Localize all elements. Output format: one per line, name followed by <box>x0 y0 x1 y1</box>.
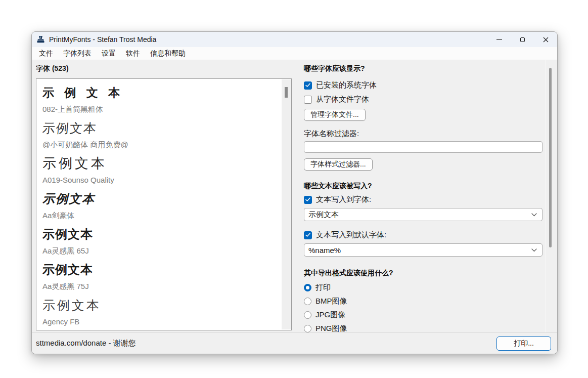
display-fonts-heading: 哪些字体应该显示? <box>304 64 365 73</box>
font-name: Aa灵感黑 75J <box>42 280 282 292</box>
font-list-items: 示 例 文 本 082-上首简黑粗体 示例文本 @小可奶酪体 商用免费@ 示例文… <box>36 79 282 330</box>
font-list-header: 字体 (523) <box>36 64 69 73</box>
font-name: 082-上首简黑粗体 <box>42 103 282 115</box>
font-name: A019-Sounso Quality <box>42 174 282 186</box>
font-name: Agency FB <box>42 316 282 328</box>
radio-png-image[interactable]: PNG图像 <box>304 324 347 332</box>
font-list-item[interactable]: 示例文本 @小可奶酪体 商用免费@ <box>42 117 282 153</box>
print-button[interactable]: 打印... <box>496 337 551 351</box>
checkbox-checked-icon[interactable] <box>304 196 312 204</box>
radio-print[interactable]: 打印 <box>304 283 331 292</box>
menu-bar: 文件 字体列表 设置 软件 信息和帮助 <box>32 47 557 60</box>
chevron-down-icon <box>531 248 537 252</box>
checkbox-label: 从字体文件字体 <box>316 95 369 104</box>
menu-software[interactable]: 软件 <box>121 48 145 60</box>
font-preview: 示例文本 <box>42 295 282 316</box>
checkbox-label: 文本写入到字体: <box>316 195 371 204</box>
status-bar: sttmedia.com/donate - 谢谢您 打印... <box>32 332 557 354</box>
maximize-button[interactable] <box>511 32 534 47</box>
font-preview: 示例文本 <box>42 153 282 174</box>
radio-bmp-image[interactable]: BMP图像 <box>304 297 347 306</box>
minimize-icon <box>496 39 502 40</box>
menu-settings[interactable]: 设置 <box>97 48 121 60</box>
app-window: f PrintMyFonts - Stefan Trost Media 文件 字… <box>31 31 558 354</box>
font-preview: 示例文本 <box>42 188 282 209</box>
radio-selected-icon[interactable] <box>304 284 311 291</box>
default-text-select[interactable]: %name% <box>304 243 542 257</box>
checkbox-label: 已安装的系统字体 <box>316 80 377 90</box>
radio-label: 打印 <box>315 283 331 292</box>
main-content: 字体 (523) 示 例 文 本 082-上首简黑粗体 示例文本 @小可奶酪体 … <box>32 60 557 332</box>
checkbox-text-in-font[interactable]: 文本写入到字体: <box>304 195 371 204</box>
radio-jpg-image[interactable]: JPG图像 <box>304 310 345 320</box>
maximize-icon <box>520 37 525 42</box>
radio-icon[interactable] <box>304 311 311 319</box>
font-list-item[interactable]: 示例文本 Aa灵感黑 75J <box>42 259 282 295</box>
checkbox-installed-fonts[interactable]: 已安装的系统字体 <box>304 80 377 90</box>
menu-font-list[interactable]: 字体列表 <box>58 48 97 60</box>
checkbox-checked-icon[interactable] <box>304 231 312 239</box>
export-format-heading: 其中导出格式应该使用什么? <box>304 269 393 278</box>
style-filter-button[interactable]: 字体样式过滤器... <box>304 158 373 171</box>
panel-scrollbar-thumb[interactable] <box>549 68 552 247</box>
font-list[interactable]: 示 例 文 本 082-上首简黑粗体 示例文本 @小可奶酪体 商用免费@ 示例文… <box>36 78 292 330</box>
panel-divider <box>546 60 546 332</box>
title-bar: f PrintMyFonts - Stefan Trost Media <box>32 32 557 47</box>
app-stamp-icon: f <box>36 35 45 44</box>
radio-label: PNG图像 <box>315 324 347 332</box>
radio-icon[interactable] <box>304 325 311 332</box>
menu-info-help[interactable]: 信息和帮助 <box>145 48 191 60</box>
name-filter-label: 字体名称过滤器: <box>304 129 359 139</box>
font-list-scrollbar[interactable] <box>282 79 291 329</box>
checkbox-from-font-files[interactable]: 从字体文件字体 <box>304 95 369 104</box>
font-name: Aa灵感黑 65J <box>42 245 282 257</box>
checkbox-checked-icon[interactable] <box>304 81 312 90</box>
checkbox-text-default-font[interactable]: 文本写入到默认字体: <box>304 230 386 240</box>
selected-value: 示例文本 <box>308 210 339 220</box>
manage-font-files-button[interactable]: 管理字体文件... <box>304 109 366 121</box>
font-list-item[interactable]: 示例文本 Agency FB <box>42 295 282 330</box>
window-title: PrintMyFonts - Stefan Trost Media <box>49 35 156 44</box>
name-filter-input[interactable] <box>304 141 542 153</box>
font-list-scrollbar-thumb[interactable] <box>285 87 288 98</box>
checkbox-unchecked-icon[interactable] <box>304 96 312 104</box>
selected-value: %name% <box>308 246 341 255</box>
radio-label: JPG图像 <box>315 310 345 320</box>
font-preview: 示例文本 <box>42 259 282 280</box>
written-text-heading: 哪些文本应该被写入? <box>304 182 372 191</box>
font-list-item[interactable]: 示 例 文 本 082-上首简黑粗体 <box>42 82 282 117</box>
options-panel: 哪些字体应该显示? 已安装的系统字体 从字体文件字体 管理字体文件... 字体名… <box>304 60 542 332</box>
radio-label: BMP图像 <box>315 297 347 306</box>
font-preview: 示 例 文 本 <box>42 82 282 103</box>
radio-icon[interactable] <box>304 298 311 305</box>
font-list-item[interactable]: 示例文本 A019-Sounso Quality <box>42 153 282 188</box>
menu-file[interactable]: 文件 <box>34 48 58 60</box>
font-list-item[interactable]: 示例文本 Aa灵感黑 65J <box>42 224 282 259</box>
font-list-item[interactable]: 示例文本 Aa剑豪体 <box>42 188 282 224</box>
sample-text-select[interactable]: 示例文本 <box>304 208 542 221</box>
close-button[interactable] <box>534 32 557 47</box>
minimize-button[interactable] <box>487 32 511 47</box>
font-name: @小可奶酪体 商用免费@ <box>42 139 282 151</box>
chevron-down-icon <box>531 213 537 217</box>
font-preview: 示例文本 <box>42 224 282 245</box>
close-icon <box>543 37 549 43</box>
checkbox-label: 文本写入到默认字体: <box>316 230 386 240</box>
font-preview: 示例文本 <box>42 117 282 139</box>
donate-link[interactable]: sttmedia.com/donate - 谢谢您 <box>36 339 136 348</box>
font-name: Aa剑豪体 <box>42 209 282 222</box>
